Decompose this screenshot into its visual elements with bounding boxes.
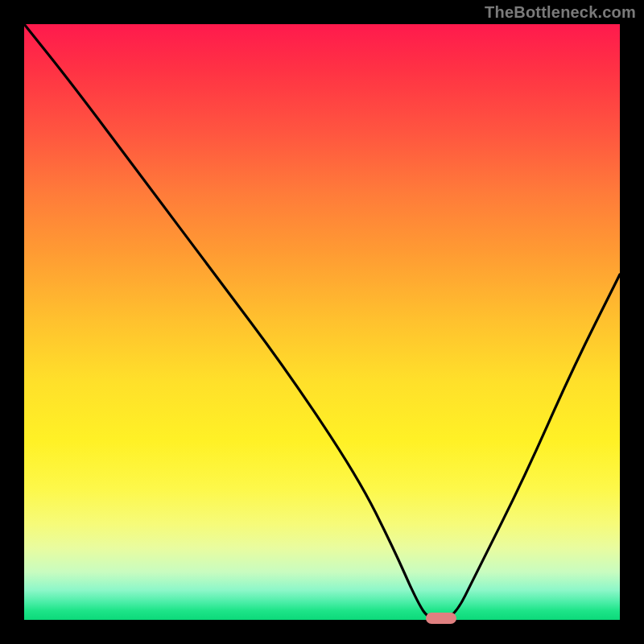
curve-path bbox=[24, 24, 620, 620]
bottleneck-curve bbox=[24, 24, 620, 620]
watermark-text: TheBottleneck.com bbox=[485, 3, 636, 22]
chart-frame: TheBottleneck.com bbox=[0, 0, 644, 644]
optimal-marker bbox=[426, 613, 456, 624]
plot-area bbox=[24, 24, 620, 620]
